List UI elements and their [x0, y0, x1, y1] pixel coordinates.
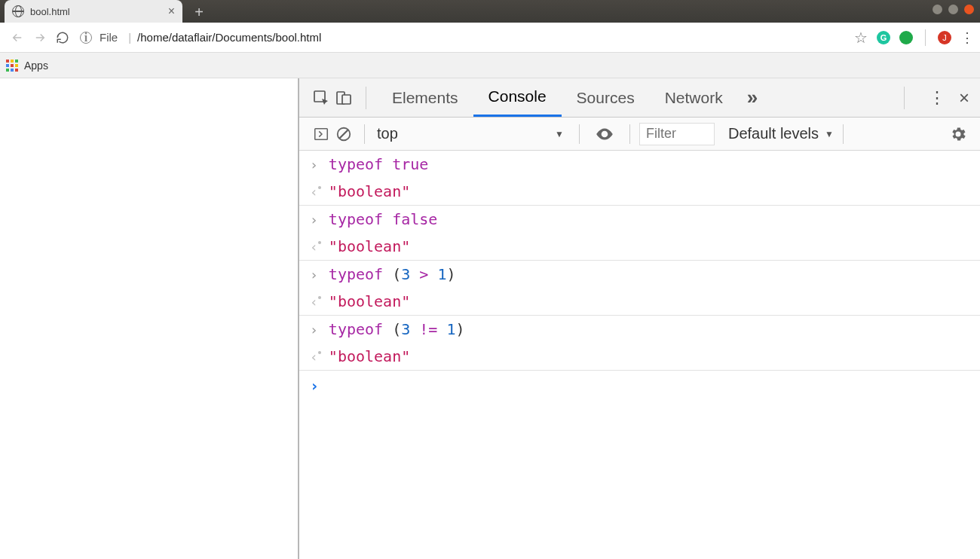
forward-button[interactable] [29, 26, 51, 49]
console-input-code: typeof false [329, 210, 438, 228]
main-area: Elements Console Sources Network » ⋮ × t… [0, 78, 980, 559]
console-toolbar: top ▼ Default levels ▼ [299, 118, 980, 151]
chrome-menu-icon[interactable]: ⋮ [960, 29, 974, 46]
dropdown-triangle-icon: ▼ [825, 129, 834, 139]
prompt-arrow-icon: › [310, 377, 319, 395]
inspect-element-icon[interactable] [310, 87, 332, 109]
console-input-code: typeof (3 != 1) [329, 320, 465, 338]
devtools-panel: Elements Console Sources Network » ⋮ × t… [299, 78, 980, 559]
address-bar: i File | /home/dataflair/Documents/bool.… [0, 23, 980, 53]
window-minimize-icon[interactable] [933, 5, 942, 14]
url-separator: | [128, 31, 131, 44]
devtools-close-icon[interactable]: × [959, 87, 969, 108]
page-viewport[interactable] [0, 78, 299, 559]
output-arrow-icon: ‹ [310, 239, 318, 255]
console-output-value: "boolean" [329, 292, 410, 310]
console-prompt[interactable]: › [299, 371, 980, 401]
extension-grammarly-icon[interactable]: G [877, 31, 890, 44]
apps-label: Apps [24, 60, 48, 72]
back-button[interactable] [6, 26, 29, 49]
site-info-icon[interactable]: i [80, 32, 92, 44]
globe-icon [12, 5, 24, 17]
console-input-line[interactable]: ›typeof false [299, 206, 980, 233]
browser-tab[interactable]: bool.html × [5, 0, 182, 23]
extension-green-icon[interactable] [899, 31, 913, 44]
console-output-line[interactable]: ‹"boolean" [299, 343, 980, 370]
devtools-tabs: Elements Console Sources Network [377, 78, 738, 117]
toolbar-separator [629, 124, 630, 144]
tab-console[interactable]: Console [473, 78, 562, 117]
window-maximize-icon[interactable] [948, 5, 958, 14]
more-tabs-icon[interactable]: » [747, 86, 758, 109]
console-settings-icon[interactable] [947, 123, 969, 145]
console-input-code: typeof true [329, 155, 428, 173]
context-label: top [377, 125, 398, 142]
tab-sources[interactable]: Sources [562, 78, 650, 117]
tab-elements[interactable]: Elements [377, 78, 473, 117]
reload-button[interactable] [51, 26, 74, 49]
url-input[interactable]: i File | /home/dataflair/Documents/bool.… [80, 31, 847, 44]
window-controls [933, 5, 974, 14]
console-output-value: "boolean" [329, 347, 410, 365]
input-arrow-icon: › [310, 212, 318, 228]
input-arrow-icon: › [310, 157, 318, 173]
console-output-value: "boolean" [329, 182, 410, 200]
console-filter-input[interactable] [639, 123, 715, 145]
toolbar-separator [843, 124, 844, 144]
console-entry: ›typeof true‹"boolean" [299, 151, 980, 206]
apps-button[interactable]: Apps [6, 60, 48, 72]
device-toolbar-icon[interactable] [332, 87, 355, 109]
url-path: /home/dataflair/Documents/bool.html [137, 31, 321, 44]
toolbar-separator [366, 87, 366, 109]
toolbar-separator [925, 29, 926, 46]
tab-close-icon[interactable]: × [168, 5, 175, 18]
bookmark-star-icon[interactable]: ☆ [854, 29, 868, 47]
toolbar-separator [579, 124, 580, 144]
clear-console-icon[interactable] [332, 123, 355, 145]
bookmarks-bar: Apps [0, 53, 980, 78]
dropdown-triangle-icon: ▼ [555, 129, 564, 139]
console-entry: ›typeof false‹"boolean" [299, 206, 980, 261]
devtools-menu-icon[interactable]: ⋮ [929, 88, 945, 108]
console-input-line[interactable]: ›typeof (3 > 1) [299, 261, 980, 288]
svg-rect-2 [342, 95, 351, 104]
console-input-code: typeof (3 > 1) [329, 265, 456, 283]
console-output-value: "boolean" [329, 237, 410, 255]
execution-context-selector[interactable]: top ▼ [374, 125, 570, 142]
window-titlebar: bool.html × + [0, 0, 980, 23]
console-input-line[interactable]: ›typeof (3 != 1) [299, 316, 980, 343]
toolbar-separator [364, 124, 365, 144]
console-input-line[interactable]: ›typeof true [299, 151, 980, 178]
console-output-line[interactable]: ‹"boolean" [299, 178, 980, 205]
output-arrow-icon: ‹ [310, 294, 318, 310]
console-output-line[interactable]: ‹"boolean" [299, 288, 980, 315]
url-scheme: File [100, 31, 118, 44]
tab-network[interactable]: Network [650, 78, 738, 117]
input-arrow-icon: › [310, 322, 318, 338]
live-expression-icon[interactable] [593, 123, 616, 145]
svg-point-6 [603, 132, 606, 135]
devtools-tabbar: Elements Console Sources Network » ⋮ × [299, 78, 980, 118]
log-levels-selector[interactable]: Default levels ▼ [728, 125, 834, 142]
window-close-icon[interactable] [964, 5, 974, 14]
apps-grid-icon [6, 60, 18, 72]
console-entry: ›typeof (3 > 1)‹"boolean" [299, 261, 980, 316]
console-output[interactable]: ›typeof true‹"boolean"›typeof false‹"boo… [299, 151, 980, 401]
output-arrow-icon: ‹ [310, 184, 318, 200]
toolbar-separator [904, 87, 905, 109]
console-output-line[interactable]: ‹"boolean" [299, 233, 980, 260]
console-sidebar-toggle-icon[interactable] [310, 123, 332, 145]
new-tab-button[interactable]: + [188, 2, 210, 23]
output-arrow-icon: ‹ [310, 349, 318, 365]
input-arrow-icon: › [310, 267, 318, 283]
console-entry: ›typeof (3 != 1)‹"boolean" [299, 316, 980, 371]
profile-avatar-icon[interactable]: J [938, 31, 951, 44]
svg-line-5 [340, 130, 348, 138]
tab-title: bool.html [30, 6, 70, 17]
levels-label: Default levels [728, 125, 819, 142]
